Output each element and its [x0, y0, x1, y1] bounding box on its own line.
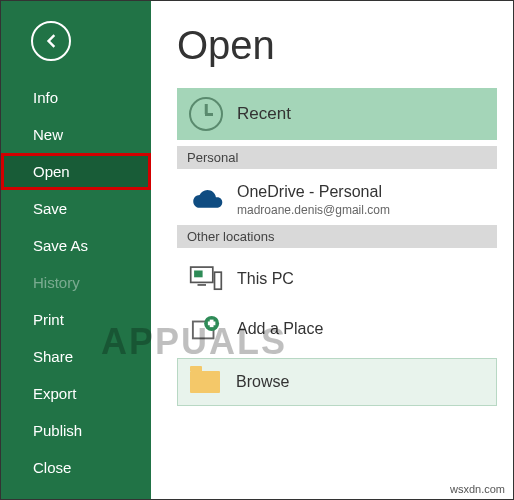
nav-label: Info — [33, 89, 58, 106]
clock-icon — [189, 97, 223, 131]
footer-attribution: wsxdn.com — [450, 483, 505, 495]
add-a-place[interactable]: Add a Place — [177, 304, 497, 354]
nav-history: History — [1, 264, 151, 301]
recent-button[interactable]: Recent — [177, 88, 497, 140]
svg-rect-1 — [194, 271, 203, 278]
arrow-left-icon — [41, 31, 61, 51]
browse-button[interactable]: Browse — [177, 358, 497, 406]
onedrive-icon — [189, 183, 223, 217]
nav-label: Save As — [33, 237, 88, 254]
backstage-sidebar: Info New Open Save Save As History Print… — [1, 1, 151, 499]
nav-label: Close — [33, 459, 71, 476]
svg-rect-3 — [215, 272, 222, 289]
nav-label: History — [33, 274, 80, 291]
browse-label: Browse — [236, 373, 289, 391]
back-button[interactable] — [31, 21, 71, 61]
nav-label: Publish — [33, 422, 82, 439]
add-place-title: Add a Place — [237, 320, 323, 338]
svg-rect-2 — [198, 284, 207, 286]
onedrive-title: OneDrive - Personal — [237, 183, 390, 201]
main-panel: Open Recent Personal OneDrive - Personal… — [151, 1, 513, 499]
add-place-icon — [189, 312, 223, 346]
nav-label: Save — [33, 200, 67, 217]
this-pc-icon — [189, 262, 223, 296]
nav-share[interactable]: Share — [1, 338, 151, 375]
nav-label: New — [33, 126, 63, 143]
this-pc-title: This PC — [237, 270, 294, 288]
nav-label: Share — [33, 348, 73, 365]
svg-rect-7 — [208, 322, 216, 326]
nav-publish[interactable]: Publish — [1, 412, 151, 449]
folder-icon — [190, 371, 220, 393]
onedrive-personal[interactable]: OneDrive - Personal madroane.denis@gmail… — [177, 175, 497, 225]
nav-label: Export — [33, 385, 76, 402]
nav-new[interactable]: New — [1, 116, 151, 153]
nav-info[interactable]: Info — [1, 79, 151, 116]
page-title: Open — [177, 23, 513, 68]
nav-save-as[interactable]: Save As — [1, 227, 151, 264]
section-personal: Personal — [177, 146, 497, 169]
recent-label: Recent — [237, 104, 291, 124]
nav-close[interactable]: Close — [1, 449, 151, 486]
nav-label: Print — [33, 311, 64, 328]
nav-open[interactable]: Open — [1, 153, 151, 190]
nav-export[interactable]: Export — [1, 375, 151, 412]
nav-label: Open — [33, 163, 70, 180]
this-pc[interactable]: This PC — [177, 254, 497, 304]
nav-print[interactable]: Print — [1, 301, 151, 338]
onedrive-subtitle: madroane.denis@gmail.com — [237, 203, 390, 217]
section-other: Other locations — [177, 225, 497, 248]
nav-save[interactable]: Save — [1, 190, 151, 227]
